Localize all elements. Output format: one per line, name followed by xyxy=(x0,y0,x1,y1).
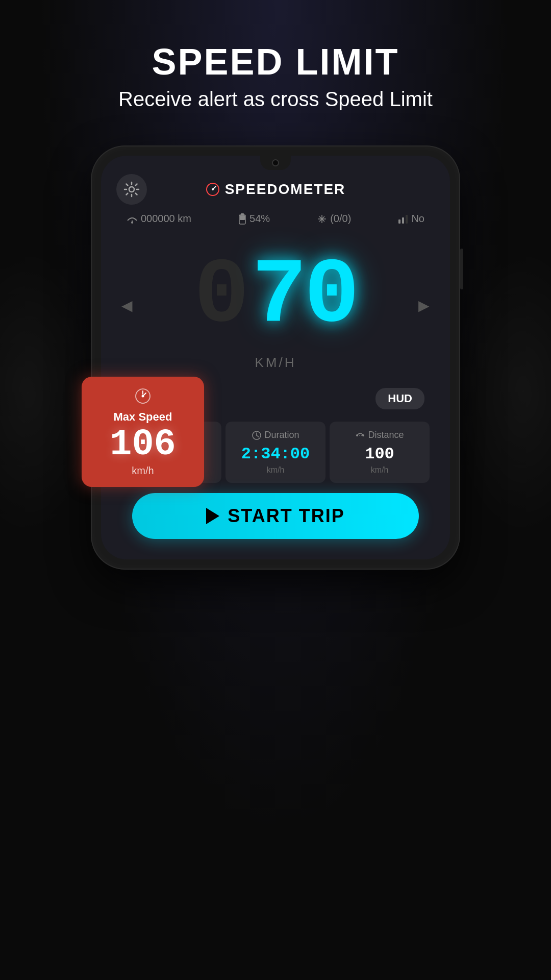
svg-rect-8 xyxy=(240,215,245,220)
phone-mockup: Max Speed 106 km/h xyxy=(92,146,459,569)
distance-value: 100 xyxy=(335,445,424,463)
distance-unit: km/h xyxy=(335,465,424,475)
odometer-status: 000000 km xyxy=(127,213,191,225)
speed-main-display: 0 70 KM/H xyxy=(138,240,413,371)
svg-point-5 xyxy=(131,222,133,224)
hud-button[interactable]: HUD xyxy=(375,388,424,409)
phone-notch xyxy=(260,156,291,170)
speed-digits: 0 70 xyxy=(194,240,357,352)
svg-point-1 xyxy=(129,187,134,192)
app-title: SPEEDOMETER xyxy=(206,181,346,198)
svg-rect-13 xyxy=(398,219,400,224)
max-speed-icon xyxy=(92,387,194,407)
svg-point-3 xyxy=(212,188,214,190)
battery-icon xyxy=(238,213,246,225)
speedometer-logo-icon xyxy=(206,182,220,197)
page-title: SPEED LIMIT xyxy=(118,41,433,83)
status-bar: 000000 km 54% xyxy=(116,208,435,230)
prev-mode-button[interactable]: ◀ xyxy=(116,292,138,319)
distance-card: Distance 100 km/h xyxy=(330,422,430,483)
gps-value: (0/0) xyxy=(330,213,351,225)
duration-value: 2:34:00 xyxy=(231,445,320,463)
gps-icon xyxy=(317,214,327,224)
odometer-value: 000000 km xyxy=(141,213,191,225)
battery-status: 54% xyxy=(238,213,270,225)
main-content: SPEED LIMIT Receive alert as cross Speed… xyxy=(0,0,551,980)
duration-label: Duration xyxy=(231,430,320,440)
speed-unit: KM/H xyxy=(255,355,296,371)
svg-rect-7 xyxy=(241,213,244,215)
signal-icon xyxy=(398,214,408,224)
svg-line-20 xyxy=(257,435,259,437)
app-header: SPEEDOMETER xyxy=(116,181,435,198)
max-speed-unit: km/h xyxy=(92,465,194,477)
next-mode-button[interactable]: ▶ xyxy=(413,292,435,319)
page-subtitle: Receive alert as cross Speed Limit xyxy=(118,88,433,111)
speed-digit-active: 70 xyxy=(252,250,357,342)
svg-point-0 xyxy=(142,395,144,398)
signal-status: No xyxy=(398,213,424,225)
camera-icon xyxy=(272,159,279,166)
max-speed-value: 106 xyxy=(92,426,194,463)
start-trip-label: START TRIP xyxy=(228,505,344,527)
gps-status: (0/0) xyxy=(317,213,351,225)
header-section: SPEED LIMIT Receive alert as cross Speed… xyxy=(118,41,433,111)
odometer-icon xyxy=(127,214,138,224)
svg-rect-14 xyxy=(402,217,404,224)
max-speed-label: Max Speed xyxy=(92,410,194,424)
screen-content: SPEEDOMETER 000000 km xyxy=(101,156,450,559)
distance-icon xyxy=(355,430,365,440)
play-icon xyxy=(206,508,219,524)
speed-digit-inactive: 0 xyxy=(194,250,246,342)
battery-value: 54% xyxy=(249,213,270,225)
distance-label: Distance xyxy=(335,430,424,440)
speed-display-area: ◀ 0 70 KM/H ▶ xyxy=(116,240,435,371)
max-speed-card: Max Speed 106 km/h xyxy=(82,377,204,487)
gear-icon xyxy=(123,181,140,198)
duration-unit: km/h xyxy=(231,465,320,475)
duration-icon xyxy=(252,430,262,440)
app-name: SPEEDOMETER xyxy=(225,181,346,198)
phone-screen: SPEEDOMETER 000000 km xyxy=(101,156,450,559)
duration-card: Duration 2:34:00 km/h xyxy=(226,422,325,483)
phone-outer-frame: SPEEDOMETER 000000 km xyxy=(92,146,459,569)
settings-button[interactable] xyxy=(116,174,147,205)
signal-value: No xyxy=(411,213,424,225)
start-trip-button[interactable]: START TRIP xyxy=(132,493,419,539)
svg-rect-15 xyxy=(406,215,408,224)
